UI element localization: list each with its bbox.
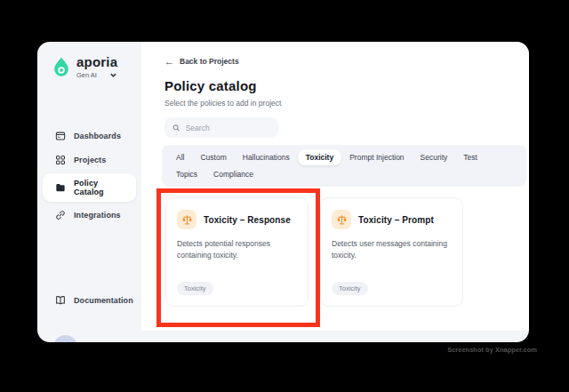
tab-test[interactable]: Test (455, 149, 485, 165)
tab-topics[interactable]: Topics (168, 166, 205, 182)
tab-hallucinations[interactable]: Hallucinations (235, 149, 298, 165)
sidebar-item-label: Integrations (74, 211, 121, 220)
scales-icon (177, 210, 196, 229)
tab-toxicity[interactable]: Toxicity (298, 149, 342, 165)
sidebar-item-projects[interactable]: Projects (43, 149, 136, 171)
policy-card-grid: Toxicity – Response Detects potential re… (165, 197, 463, 307)
back-to-projects-link[interactable]: ← Back to Projects (164, 57, 239, 66)
brand-logo[interactable]: aporia Gen AI (52, 54, 117, 79)
search-box[interactable] (164, 117, 278, 138)
search-input[interactable] (186, 124, 270, 132)
page-subtitle: Select the policies to add in project (164, 99, 281, 108)
card-tag: Toxicity (332, 282, 368, 295)
sidebar-item-label: Dashboards (74, 132, 121, 140)
folder-icon (55, 182, 66, 193)
sidebar-item-policy-catalog[interactable]: Policy Catalog (43, 173, 136, 202)
scales-icon (332, 210, 351, 229)
aporia-droplet-icon (52, 56, 71, 79)
card-title: Toxicity – Prompt (358, 215, 434, 225)
card-description: Detects potential responses containing t… (177, 238, 301, 261)
policy-card-toxicity-response[interactable]: Toxicity – Response Detects potential re… (165, 197, 309, 307)
sidebar-item-label: Documentation (74, 296, 133, 305)
card-description: Detects user messages containing toxicit… (332, 238, 456, 261)
sidebar-footer: Documentation (43, 290, 136, 311)
back-arrow-icon: ← (164, 57, 174, 66)
tab-custom[interactable]: Custom (192, 149, 234, 165)
policy-card-toxicity-prompt[interactable]: Toxicity – Prompt Detects user messages … (320, 197, 463, 307)
page-title: Policy catalog (164, 78, 257, 93)
tab-compliance[interactable]: Compliance (205, 166, 261, 182)
screenshot-canvas: aporia Gen AI Dashboards (0, 0, 569, 392)
sidebar-nav: Dashboards Projects Policy Catalog (43, 125, 136, 226)
grid-icon (55, 155, 66, 165)
sidebar-item-dashboards[interactable]: Dashboards (43, 125, 136, 147)
card-title: Toxicity – Response (204, 215, 291, 225)
back-link-label: Back to Projects (180, 57, 239, 66)
app-window: aporia Gen AI Dashboards (37, 42, 529, 342)
tab-prompt-injection[interactable]: Prompt Injection (341, 149, 412, 165)
sidebar-item-documentation[interactable]: Documentation (43, 290, 136, 311)
link-icon (55, 210, 66, 220)
workspace-name: Gen AI (76, 71, 97, 79)
sidebar: aporia Gen AI Dashboards (37, 42, 141, 342)
avatar-peek-circle[interactable] (53, 335, 77, 342)
sidebar-item-label: Policy Catalog (74, 179, 127, 196)
category-tab-bar: All Custom Hallucinations Toxicity Promp… (162, 145, 526, 187)
sidebar-item-label: Projects (74, 156, 106, 164)
tab-security[interactable]: Security (413, 149, 456, 165)
main-panel: ← Back to Projects Policy catalog Select… (141, 42, 529, 331)
tab-all[interactable]: All (168, 149, 192, 165)
sidebar-item-integrations[interactable]: Integrations (43, 204, 136, 226)
dashboard-icon (55, 131, 66, 141)
book-icon (55, 295, 66, 306)
watermark-text: Screenshot by Xnapper.com (447, 346, 537, 354)
search-icon (172, 124, 180, 132)
chevron-down-icon[interactable] (109, 71, 117, 79)
brand-name: aporia (76, 54, 117, 70)
card-tag: Toxicity (177, 282, 213, 295)
